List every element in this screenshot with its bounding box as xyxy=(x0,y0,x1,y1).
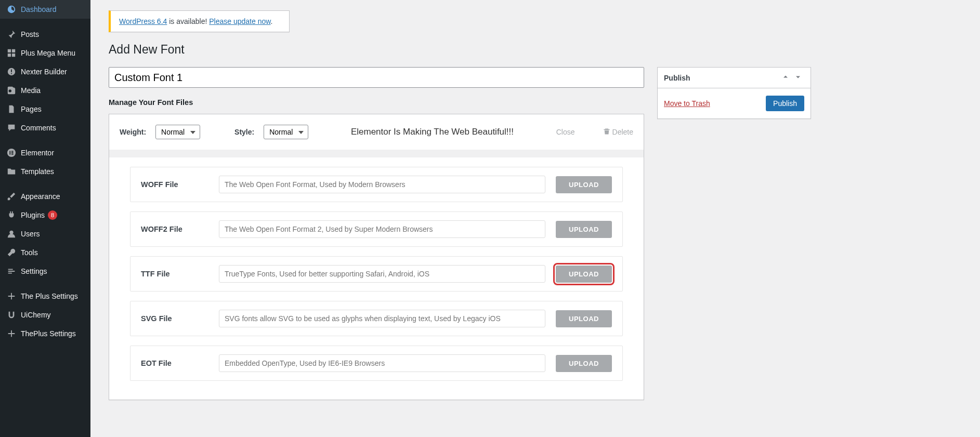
sidebar-item-label: Nexter Builder xyxy=(21,68,67,76)
main-content: WordPress 6.4 is available! Please updat… xyxy=(90,0,980,437)
tools-icon xyxy=(6,247,17,258)
pin-icon xyxy=(6,29,17,39)
chevron-down-icon[interactable] xyxy=(792,73,804,83)
file-path-input[interactable] xyxy=(219,354,545,372)
dashboard-icon xyxy=(6,4,17,15)
sidebar-item-label: Appearance xyxy=(21,192,60,201)
weight-label: Weight: xyxy=(120,128,146,136)
plugins-badge: 8 xyxy=(48,210,57,220)
notice-text-mid: is available! xyxy=(167,17,209,25)
sidebar-item-label: Elementor xyxy=(21,149,54,157)
sidebar-item-uichemy[interactable]: UiChemy xyxy=(0,306,90,324)
sidebar-item-label: Tools xyxy=(21,248,38,257)
file-path-input[interactable] xyxy=(219,176,545,193)
style-label: Style: xyxy=(234,128,254,136)
style-select[interactable]: Normal xyxy=(264,125,308,139)
update-notice: WordPress 6.4 is available! Please updat… xyxy=(109,10,290,32)
settings-icon xyxy=(6,266,17,276)
svg-rect-7 xyxy=(11,154,14,155)
plugin-icon xyxy=(6,210,17,220)
sidebar-item-comments[interactable]: Comments xyxy=(0,118,90,137)
trash-icon xyxy=(603,128,610,137)
sidebar-item-pages[interactable]: Pages xyxy=(0,100,90,118)
file-path-input[interactable] xyxy=(219,265,545,283)
svg-rect-5 xyxy=(11,151,14,152)
media-icon xyxy=(6,85,17,96)
font-variation-controls: Weight: Normal Style: Normal xyxy=(109,114,644,157)
sidebar-item-label: Dashboard xyxy=(21,5,57,14)
notice-text-tail: . xyxy=(271,17,273,25)
file-type-label: EOT File xyxy=(141,359,208,367)
comment-icon xyxy=(6,123,17,133)
sidebar-item-label: UiChemy xyxy=(21,311,51,319)
font-title-input[interactable] xyxy=(109,67,644,88)
publish-button[interactable]: Publish xyxy=(766,96,804,111)
publish-box-header: Publish xyxy=(658,68,811,88)
sidebar-item-posts[interactable]: Posts xyxy=(0,25,90,44)
weight-select[interactable]: Normal xyxy=(155,125,200,139)
sidebar-item-dashboard[interactable]: Dashboard xyxy=(0,0,90,19)
sidebar-item-settings[interactable]: Settings xyxy=(0,262,90,281)
svg-rect-2 xyxy=(11,73,12,74)
alert-icon xyxy=(6,67,17,77)
elementor-icon xyxy=(6,148,17,158)
sidebar-item-theplus-settings[interactable]: ThePlus Settings xyxy=(0,324,90,343)
section-label: Manage Your Font Files xyxy=(109,98,644,107)
sidebar-item-label: Settings xyxy=(21,267,47,275)
font-preview-text: Elementor Is Making The Web Beautiful!!! xyxy=(318,127,547,137)
sidebar-item-label: Comments xyxy=(21,124,56,132)
grid-icon xyxy=(6,48,17,58)
sidebar-item-nexter-builder[interactable]: Nexter Builder xyxy=(0,62,90,81)
sidebar-item-plugins[interactable]: Plugins 8 xyxy=(0,206,90,224)
publish-box-title: Publish xyxy=(664,74,779,82)
uichemy-icon xyxy=(6,310,17,320)
close-button[interactable]: Close xyxy=(556,128,575,136)
move-to-trash-link[interactable]: Move to Trash xyxy=(664,99,710,108)
sidebar-item-templates[interactable]: Templates xyxy=(0,162,90,181)
admin-sidebar: Dashboard Posts Plus Mega Menu Nexter Bu… xyxy=(0,0,90,437)
sidebar-item-label: Posts xyxy=(21,30,39,38)
svg-rect-6 xyxy=(11,152,14,153)
svg-rect-4 xyxy=(9,151,10,154)
file-row: EOT FileUPLOAD xyxy=(130,346,623,381)
wp-version-link[interactable]: WordPress 6.4 xyxy=(119,17,167,25)
upload-button[interactable]: UPLOAD xyxy=(556,176,612,193)
brush-icon xyxy=(6,191,17,202)
file-type-label: WOFF2 File xyxy=(141,225,208,233)
sidebar-item-media[interactable]: Media xyxy=(0,81,90,100)
font-files-panel: Weight: Normal Style: Normal xyxy=(109,114,644,400)
delete-button[interactable]: Delete xyxy=(603,128,633,137)
sidebar-item-the-plus-settings[interactable]: The Plus Settings xyxy=(0,287,90,306)
file-path-input[interactable] xyxy=(219,310,545,327)
upload-button[interactable]: UPLOAD xyxy=(556,266,612,283)
file-path-input[interactable] xyxy=(219,220,545,238)
upload-button[interactable]: UPLOAD xyxy=(556,310,612,327)
svg-rect-1 xyxy=(11,70,12,72)
page-title: Add New Font xyxy=(109,43,962,57)
sidebar-item-label: Plus Mega Menu xyxy=(21,49,75,57)
sidebar-item-users[interactable]: Users xyxy=(0,224,90,243)
sidebar-item-label: Media xyxy=(21,86,41,95)
file-row: WOFF FileUPLOAD xyxy=(130,167,623,202)
sidebar-item-plus-mega-menu[interactable]: Plus Mega Menu xyxy=(0,44,90,62)
upload-button[interactable]: UPLOAD xyxy=(556,221,612,238)
theplus-icon xyxy=(6,328,17,339)
chevron-up-icon[interactable] xyxy=(779,73,792,83)
sidebar-item-label: ThePlus Settings xyxy=(21,329,76,338)
sidebar-item-label: The Plus Settings xyxy=(21,292,78,300)
user-icon xyxy=(6,229,17,239)
sidebar-item-tools[interactable]: Tools xyxy=(0,243,90,262)
sidebar-item-label: Plugins xyxy=(21,211,45,219)
sidebar-item-appearance[interactable]: Appearance xyxy=(0,187,90,206)
sidebar-item-label: Templates xyxy=(21,167,54,176)
publish-box: Publish Move to Trash Publish xyxy=(657,67,811,119)
upload-button[interactable]: UPLOAD xyxy=(556,355,612,372)
delete-label: Delete xyxy=(612,128,633,136)
sidebar-item-elementor[interactable]: Elementor xyxy=(0,143,90,162)
update-now-link[interactable]: Please update now xyxy=(209,17,270,25)
file-row: TTF FileUPLOAD xyxy=(130,256,623,292)
file-row: SVG FileUPLOAD xyxy=(130,301,623,336)
file-type-label: TTF File xyxy=(141,270,208,278)
svg-point-8 xyxy=(9,231,13,234)
file-row: WOFF2 FileUPLOAD xyxy=(130,211,623,247)
